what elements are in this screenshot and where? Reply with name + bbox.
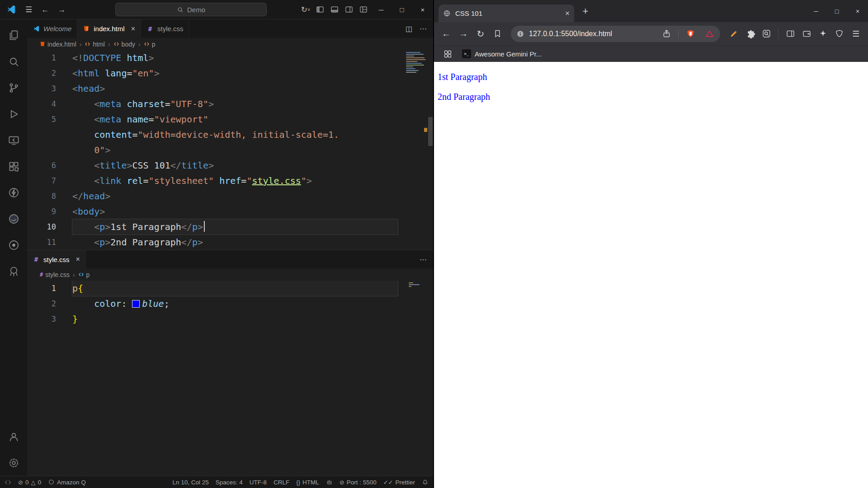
thunder-client-icon[interactable] <box>0 179 27 206</box>
tab-style-css[interactable]: # style.css <box>141 19 189 38</box>
brave-shields-icon[interactable] <box>683 27 698 41</box>
close-button[interactable]: × <box>412 0 433 19</box>
leo-ai-icon[interactable] <box>816 27 830 41</box>
more-actions-icon[interactable]: ⋯ <box>420 255 427 264</box>
line-number[interactable]: 8 <box>27 188 60 204</box>
code-line[interactable]: 4 <meta charset="UTF-8"> <box>27 96 433 112</box>
search-tabs-icon[interactable] <box>759 27 774 41</box>
code-line[interactable]: 1p{ <box>27 281 433 296</box>
code-line[interactable]: 1<!DOCTYPE html> <box>27 50 433 66</box>
line-number[interactable]: 10 <box>27 219 60 235</box>
maximize-button[interactable]: □ <box>826 0 847 22</box>
breadcrumb-item-selector-p[interactable]: p <box>78 271 90 278</box>
vpn-shield-icon[interactable] <box>832 27 846 41</box>
problems-button[interactable]: ⊘ 0 △ 0 <box>18 479 41 486</box>
toggle-panel-icon[interactable] <box>327 0 342 19</box>
browser-menu-icon[interactable]: ☰ <box>848 26 863 42</box>
browser-tab[interactable]: CSS 101 × <box>439 5 574 22</box>
copilot-status-button[interactable] <box>326 479 333 486</box>
run-debug-icon[interactable] <box>0 101 27 127</box>
code-line[interactable]: 9<body> <box>27 204 433 219</box>
notifications-button[interactable] <box>422 479 429 486</box>
code-line-content[interactable]: <p>1st Paragraph</p> <box>72 219 398 235</box>
reload-button[interactable]: ↻ <box>473 26 488 42</box>
apps-grid-icon[interactable] <box>440 47 455 61</box>
toggle-sidebar-icon[interactable] <box>313 0 327 19</box>
minimap-2[interactable] <box>409 282 427 287</box>
close-tab-icon[interactable]: × <box>565 9 570 18</box>
address-bar[interactable]: 127.0.0.1:5500/index.html <box>511 26 720 42</box>
extensions-puzzle-icon[interactable] <box>743 27 757 41</box>
tab-welcome[interactable]: Welcome <box>27 19 77 38</box>
command-center-search[interactable]: Demo <box>115 3 267 16</box>
settings-gear-icon[interactable] <box>0 450 27 476</box>
line-number[interactable] <box>27 142 60 158</box>
code-line-content[interactable]: <body> <box>72 204 398 219</box>
line-number[interactable]: 1 <box>27 281 60 296</box>
pencil-extension-icon[interactable] <box>726 27 741 41</box>
code-line-content[interactable]: <html lang="en"> <box>72 66 398 81</box>
code-line[interactable]: 7 <link rel="stylesheet" href="style.css… <box>27 173 433 188</box>
css-editor[interactable]: 1p{2 color: blue;3} <box>27 281 433 476</box>
line-number[interactable]: 7 <box>27 173 60 188</box>
code-line-content[interactable]: p{ <box>72 281 398 296</box>
amazon-q-icon[interactable] <box>0 206 27 232</box>
code-line-content[interactable]: <meta charset="UTF-8"> <box>72 96 398 112</box>
url-input[interactable]: 127.0.0.1:5500/index.html <box>529 30 655 38</box>
language-mode-button[interactable]: {} HTML <box>296 479 319 486</box>
maximize-button[interactable]: □ <box>392 0 412 19</box>
breadcrumb-item-body[interactable]: body <box>113 41 135 48</box>
code-line[interactable]: content="width=device-width, initial-sca… <box>27 127 433 142</box>
line-number[interactable]: 11 <box>27 235 60 250</box>
line-number[interactable]: 5 <box>27 112 60 127</box>
breadcrumb-item-p[interactable]: p <box>144 41 156 48</box>
code-line[interactable]: 8</head> <box>27 188 433 204</box>
breadcrumb-item-html[interactable]: html <box>85 41 104 48</box>
copilot-menu-icon[interactable]: ↻˅ <box>298 0 313 19</box>
minimize-button[interactable]: ─ <box>806 0 826 22</box>
customize-layout-icon[interactable] <box>356 0 371 19</box>
code-line-content[interactable]: } <box>72 311 398 327</box>
line-number[interactable]: 3 <box>27 81 60 96</box>
menu-icon[interactable]: ☰ <box>25 6 32 14</box>
code-line-content[interactable]: content="width=device-width, initial-sca… <box>72 127 398 142</box>
code-line-content[interactable]: <link rel="stylesheet" href="style.css"> <box>72 173 398 188</box>
back-arrow-icon[interactable]: ← <box>41 6 49 14</box>
code-line[interactable]: 3} <box>27 311 433 327</box>
editor-scrollbar[interactable] <box>428 117 433 146</box>
more-actions-icon[interactable]: ⋯ <box>420 24 427 33</box>
vscode-logo-icon[interactable] <box>6 5 16 14</box>
tab-style-css-pane2[interactable]: # style.css × <box>27 250 86 268</box>
line-number[interactable]: 2 <box>27 296 60 311</box>
new-tab-button[interactable]: + <box>578 4 593 19</box>
code-line[interactable]: 3<head> <box>27 81 433 96</box>
line-number[interactable]: 1 <box>27 50 60 66</box>
split-editor-icon[interactable]: ◫ <box>406 24 412 33</box>
code-line[interactable]: 2<html lang="en"> <box>27 66 433 81</box>
explorer-icon[interactable] <box>0 22 27 48</box>
breadcrumb-item-file[interactable]: index.html <box>40 41 76 48</box>
toggle-secondary-sidebar-icon[interactable] <box>342 0 356 19</box>
line-number[interactable]: 3 <box>27 311 60 327</box>
indentation-button[interactable]: Spaces: 4 <box>216 479 243 486</box>
code-line[interactable]: 0"> <box>27 142 433 158</box>
bookmarks-icon[interactable] <box>490 27 505 41</box>
extension-b-icon[interactable] <box>0 258 27 284</box>
line-number[interactable]: 6 <box>27 158 60 173</box>
code-line-content[interactable]: <!DOCTYPE html> <box>72 50 398 66</box>
code-line-content[interactable]: color: blue; <box>72 296 398 311</box>
line-number[interactable] <box>27 127 60 142</box>
code-line[interactable]: 11 <p>2nd Paragraph</p> <box>27 235 433 250</box>
minimap[interactable] <box>406 52 427 73</box>
forward-button[interactable]: → <box>456 26 471 42</box>
amazon-q-button[interactable]: Amazon Q <box>48 479 86 486</box>
code-line[interactable]: 2 color: blue; <box>27 296 433 311</box>
html-editor[interactable]: 1<!DOCTYPE html>2<html lang="en">3<head>… <box>27 50 433 250</box>
brave-rewards-icon[interactable] <box>702 27 717 41</box>
minimize-button[interactable]: ─ <box>371 0 392 19</box>
bookmark-item[interactable]: >_ Awesome Gemini Pr... <box>462 49 542 58</box>
code-line-content[interactable]: 0"> <box>72 142 398 158</box>
tab-index-html[interactable]: index.html × <box>77 19 141 38</box>
line-number[interactable]: 2 <box>27 66 60 81</box>
back-button[interactable]: ← <box>439 26 454 42</box>
